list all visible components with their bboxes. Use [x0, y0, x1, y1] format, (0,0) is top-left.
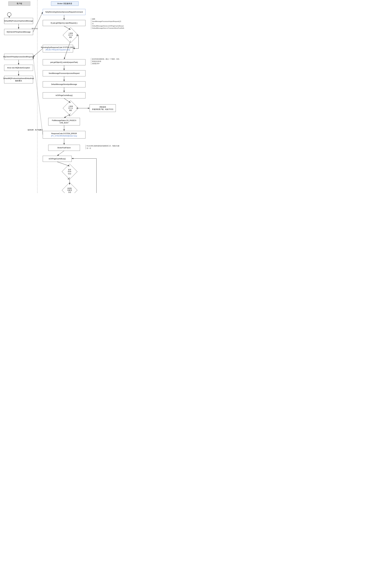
- broker-fast-failure-note: RocketMQ 服务端快速失败检测工具，每隔10s建议一次: [85, 145, 120, 149]
- swimlane-right-header: Broker 消息服务器: [51, 1, 79, 6]
- diamond1-wrap: 上述条件十分满足: [65, 30, 76, 41]
- diamond3-wrap: 是否brokrbusy: [64, 166, 75, 177]
- diamond3: [62, 164, 77, 179]
- reject-note: 调用SendMessageProcessor#rejectRequest()方法…: [91, 18, 123, 29]
- diamond1: [63, 27, 78, 43]
- diamond4-wrap: 发送队列是否为空: [64, 185, 75, 193]
- client-send-box: DefaultMQProducerImpl#sendMessage: [4, 18, 33, 24]
- diamond2-yes-label: 是: [69, 114, 70, 117]
- if-reject-box: If( pair.getObject1().rejectRequest() ): [43, 20, 85, 26]
- send-processor-box: SendMessageProcessor#processRequest: [43, 70, 85, 76]
- retry-box: DefaultMQProducerImpl#sendDefaultImpl 触发…: [4, 76, 33, 83]
- response-error-box: ResponseCode.SYSTEM_ERROR [PC_SYNCHRONIZ…: [43, 131, 85, 139]
- diamond3-yes-label: 是: [68, 178, 69, 180]
- reject-response-line2: [REJECTREQUEST]system busy: [41, 49, 75, 51]
- diamond2-wrap: 上述条件十分满足: [65, 103, 76, 114]
- submit-task-box: pair.getObject2().submit(requestTask): [43, 59, 85, 65]
- response-error-line2: [PC_SYNCHRONIZED]broker busy: [51, 135, 77, 137]
- diamond1-yes-label: 是: [77, 34, 78, 36]
- diamond4: [62, 182, 77, 193]
- throw-exception-box: throw new MQBrokerException: [4, 65, 33, 71]
- diamond2-no-label: 否: [77, 107, 78, 109]
- no-action-box: 消息追加 并返回给客户端，此处不关注: [90, 104, 116, 112]
- submit-note: 提交到发送线程池，默认一个线程，首先将发送任务添 加到队列中: [91, 58, 120, 65]
- diagram-container: 客户端 Broker 消息服务器 DefaultMQProducerImpl#s…: [0, 0, 124, 193]
- broker-fast-failure-box: BrokerFastFailure: [48, 145, 80, 151]
- no-action-text: 消息追加 并返回给客户端，此处不关注: [92, 106, 114, 111]
- is-os-busy2-box: isOSPageCacheBusy(): [43, 156, 72, 162]
- broker-entry-box: NettyRemotingAbstract#processRequestComm…: [43, 9, 85, 15]
- swimlane-left-header: 客户端: [8, 1, 30, 6]
- return-label: 返回结果，客户端重试: [27, 129, 43, 131]
- default-store-box: DefaultMessageStore#putMessage: [43, 81, 85, 87]
- start-circle: [7, 12, 11, 16]
- is-os-busy-box: isOSPageCacheBusy(): [43, 92, 85, 98]
- svg-line-21: [57, 151, 64, 156]
- diamond2: [63, 100, 78, 116]
- client-api-send-box: MQClientAPIImpl#sendMessage: [4, 29, 33, 35]
- response-error-line1: ResponseCode.SYSTEM_ERROR: [51, 133, 77, 135]
- put-status-box: PutMessageStatus.OS_PAGECACHE_BUSY: [48, 118, 80, 126]
- reject-response-box: RemotingSysResponseCode.SYSTEM_BUSY [REJ…: [43, 45, 73, 52]
- reject-response-line1: RemotingSysResponseCode.SYSTEM_BUSY: [41, 46, 75, 49]
- put-status-text: PutMessageStatus.OS_PAGECACHE_BUSY: [52, 119, 76, 124]
- svg-line-19: [33, 57, 43, 135]
- client-process-box: MQClientAPIImpl#processSendResponse: [4, 54, 33, 60]
